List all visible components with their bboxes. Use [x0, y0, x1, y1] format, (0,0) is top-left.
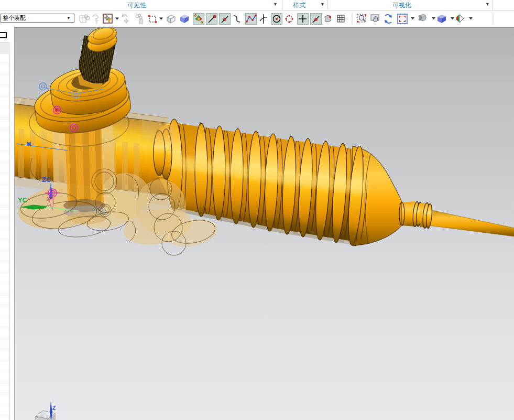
svg-text:Z: Z [52, 405, 56, 411]
svg-text:ZC: ZC [42, 176, 51, 184]
svg-text:YC: YC [18, 196, 28, 204]
